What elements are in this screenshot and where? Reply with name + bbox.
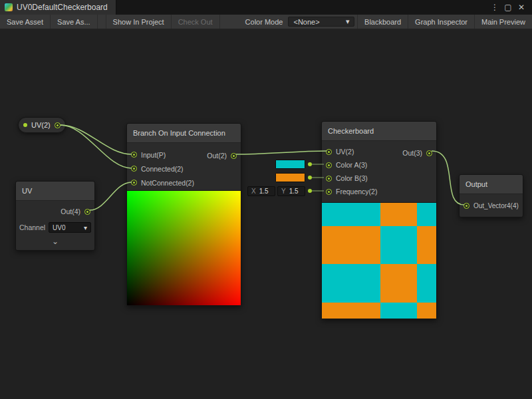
notconnected-label: NotConnected(2) [141, 179, 194, 187]
property-dot-icon [23, 123, 27, 127]
node-branch-on-input-connection[interactable]: Branch On Input Connection Input(P) Conn… [126, 123, 241, 306]
x-value: 1.5 [259, 188, 269, 195]
tab-title: UV0DefaultCheckerboard [17, 3, 108, 12]
input-p-label: Input(P) [141, 151, 166, 159]
checker-cell [417, 226, 436, 264]
port-row-uv-out: Out(4) [16, 205, 94, 218]
shader-graph-asset-icon [5, 3, 13, 11]
color-mode-value: <None> [293, 18, 319, 26]
input-p-port[interactable] [131, 152, 137, 158]
branch-node-preview [127, 190, 241, 305]
notconnected-port[interactable] [131, 180, 137, 186]
checkerboard-node-title: Checkerboard [322, 122, 436, 141]
port-row-branch-out: Out(2) [207, 152, 237, 160]
color-a-label: Color A(3) [336, 161, 367, 169]
toolbar: Save Asset Save As... Show In Project Ch… [0, 15, 532, 29]
checker-cell [322, 264, 380, 302]
close-icon[interactable]: ✕ [516, 3, 527, 12]
output-node-title: Output [460, 175, 523, 194]
kebab-menu-icon[interactable]: ⋮ [489, 3, 500, 12]
color-b-swatch[interactable] [275, 173, 305, 182]
save-as-button[interactable]: Save As... [51, 15, 98, 29]
graph-canvas[interactable]: UV(2) Branch On Input Connection Input(P… [0, 29, 532, 399]
port-row-frequency: Frequency(2) [322, 185, 436, 198]
frequency-fields: X 1.5 Y 1.5 [247, 186, 305, 196]
edge-uvprop-to-connected[interactable] [61, 125, 132, 168]
checker-cell [322, 226, 380, 264]
main-preview-button[interactable]: Main Preview [474, 15, 532, 29]
branch-out-label: Out(2) [207, 152, 227, 160]
x-label: X [251, 188, 256, 195]
frequency-x-field[interactable]: X 1.5 [247, 186, 275, 196]
blackboard-button[interactable]: Blackboard [357, 15, 408, 29]
uv-node-title: UV [16, 182, 94, 201]
frequency-y-field[interactable]: Y 1.5 [277, 186, 305, 196]
y-value: 1.5 [289, 188, 299, 195]
port-row-color-b: Color B(3) [322, 172, 436, 185]
node-uv-property[interactable]: UV(2) [18, 117, 66, 133]
out-vector4-port[interactable] [464, 203, 469, 209]
checker-out-label: Out(3) [402, 149, 422, 157]
checker-cell [380, 226, 417, 264]
tab-bar: UV0DefaultCheckerboard ⋮ ▢ ✕ [0, 0, 532, 15]
y-label: Y [281, 188, 286, 195]
uv-out-label: Out(4) [61, 207, 80, 215]
connected-port[interactable] [131, 166, 137, 172]
checker-uv-port[interactable] [326, 149, 332, 155]
edge-uvnode-to-notconnected[interactable] [90, 182, 132, 210]
out-vector4-label: Out_Vector4(4) [473, 202, 519, 209]
node-checkerboard[interactable]: Checkerboard UV(2) Color A(3) Color B(3)… [321, 121, 437, 319]
channel-dropdown[interactable]: UV0 ▾ [49, 222, 91, 233]
chevron-down-icon: ▾ [346, 17, 350, 26]
edge-branch-to-checkerboard[interactable] [236, 151, 327, 154]
chevron-down-icon: ⌄ [52, 237, 59, 246]
frequency-port[interactable] [326, 189, 332, 195]
checker-uv-label: UV(2) [336, 148, 354, 156]
color-b-connector-dot [308, 176, 312, 180]
show-in-project-button[interactable]: Show In Project [106, 15, 172, 29]
maximize-icon[interactable]: ▢ [503, 3, 513, 12]
checker-cell [380, 264, 417, 302]
color-a-swatch[interactable] [275, 160, 305, 169]
graph-inspector-button[interactable]: Graph Inspector [408, 15, 474, 29]
frequency-connector-dot [308, 189, 312, 193]
connected-label: Connected(2) [141, 165, 184, 173]
channel-row: Channel UV0 ▾ [19, 221, 91, 233]
port-row-checker-out: Out(3) [402, 149, 432, 157]
checker-cell [417, 303, 436, 319]
uv-out-port[interactable] [84, 209, 90, 215]
port-row-color-a: Color A(3) [322, 158, 436, 172]
color-a-connector-dot [308, 162, 312, 166]
checker-cell [380, 203, 417, 226]
port-row-notconnected: NotConnected(2) [127, 176, 241, 190]
frequency-label: Frequency(2) [336, 188, 377, 196]
color-mode-label: Color Mode [240, 15, 289, 29]
save-asset-button[interactable]: Save Asset [0, 15, 51, 29]
preview-expander[interactable]: ⌄ [16, 237, 94, 246]
check-out-button: Check Out [172, 15, 220, 29]
node-uv[interactable]: UV Out(4) Channel UV0 ▾ ⌄ [15, 181, 95, 251]
checkerboard-preview [322, 202, 436, 319]
branch-out-port[interactable] [231, 153, 237, 159]
checker-cell [417, 203, 436, 226]
port-row-connected: Connected(2) [127, 162, 241, 176]
window-controls: ⋮ ▢ ✕ [489, 0, 532, 15]
color-b-port[interactable] [326, 176, 332, 182]
uv-gradient-preview [127, 191, 241, 305]
port-row-out-vector4: Out_Vector4(4) [460, 199, 523, 212]
color-b-label: Color B(3) [336, 174, 368, 182]
channel-value: UV0 [53, 224, 65, 231]
checker-out-port[interactable] [426, 150, 432, 156]
channel-label: Channel [19, 223, 46, 231]
uv-property-label: UV(2) [31, 121, 51, 129]
uv-property-output-port[interactable] [55, 122, 61, 128]
checker-cell [322, 303, 380, 319]
edge-uvprop-to-input[interactable] [61, 125, 132, 154]
color-a-port[interactable] [326, 162, 332, 168]
node-output[interactable]: Output Out_Vector4(4) [459, 174, 523, 217]
chevron-down-icon: ▾ [84, 224, 87, 231]
checker-cell [380, 303, 417, 319]
color-mode-dropdown[interactable]: <None> ▾ [288, 17, 354, 27]
checker-cell [417, 264, 436, 302]
tab-uv0defaultcheckerboard[interactable]: UV0DefaultCheckerboard [0, 0, 116, 15]
